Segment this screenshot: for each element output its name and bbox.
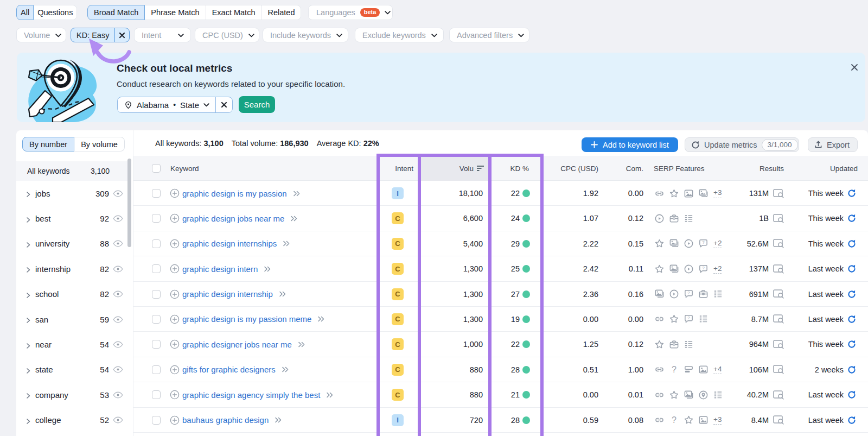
- tab-phrase-match[interactable]: Phrase Match: [145, 5, 206, 20]
- row-checkbox[interactable]: [152, 206, 161, 231]
- keyword-link[interactable]: graphic design intern: [182, 256, 271, 281]
- intent-filter[interactable]: Intent: [134, 28, 191, 42]
- expand-keyword-icon[interactable]: [264, 266, 271, 272]
- serp-preview-icon[interactable]: [773, 340, 784, 349]
- column-keyword[interactable]: Keyword: [170, 156, 199, 181]
- sidebar-group-university[interactable]: university88: [16, 231, 130, 256]
- eye-icon[interactable]: [112, 364, 124, 375]
- eye-icon[interactable]: [112, 263, 124, 275]
- sidebar-group-near[interactable]: near54: [16, 332, 130, 357]
- column-intent[interactable]: Intent: [375, 156, 413, 181]
- column-com[interactable]: Com.: [600, 156, 643, 181]
- keyword-link[interactable]: graphic design is my passion: [182, 181, 301, 206]
- serp-preview-icon[interactable]: [773, 239, 784, 248]
- refresh-icon[interactable]: [847, 239, 856, 248]
- keyword-link[interactable]: gifts for graphic designers: [182, 357, 289, 382]
- expand-keyword-icon[interactable]: [293, 191, 301, 197]
- refresh-icon[interactable]: [847, 315, 856, 324]
- row-checkbox[interactable]: [152, 282, 161, 307]
- refresh-icon[interactable]: [847, 264, 856, 273]
- add-keyword-icon[interactable]: [170, 382, 180, 407]
- eye-icon[interactable]: [112, 288, 124, 300]
- keyword-link[interactable]: graphic design internship: [182, 282, 286, 307]
- kd-filter-active[interactable]: KD: Easy: [71, 28, 130, 42]
- expand-keyword-icon[interactable]: [290, 216, 298, 222]
- sidebar-group-school[interactable]: school82: [16, 282, 130, 307]
- expand-keyword-icon[interactable]: [275, 417, 282, 423]
- add-keyword-icon[interactable]: [170, 332, 180, 357]
- eye-icon[interactable]: [112, 213, 124, 224]
- sidebar-group-state[interactable]: state54: [16, 357, 130, 382]
- serp-preview-icon[interactable]: [773, 390, 784, 400]
- serp-preview-icon[interactable]: [773, 365, 784, 374]
- eye-icon[interactable]: [112, 339, 124, 350]
- eye-icon[interactable]: [112, 188, 124, 199]
- serp-preview-icon[interactable]: [773, 415, 784, 425]
- column-kd[interactable]: KD %: [492, 156, 529, 181]
- location-select[interactable]: Alabama • State: [117, 97, 233, 113]
- sidebar-group-jobs[interactable]: jobs309: [16, 181, 130, 206]
- cpc-filter[interactable]: CPC (USD): [195, 28, 259, 42]
- row-checkbox[interactable]: [152, 382, 161, 407]
- serp-preview-icon[interactable]: [773, 289, 784, 299]
- location-clear-button[interactable]: [215, 97, 232, 112]
- row-checkbox[interactable]: [152, 357, 161, 382]
- tab-related[interactable]: Related: [261, 5, 301, 20]
- tab-broad-match[interactable]: Broad Match: [87, 5, 145, 20]
- banner-close-icon[interactable]: [850, 63, 859, 72]
- eye-icon[interactable]: [112, 414, 124, 426]
- expand-keyword-icon[interactable]: [282, 367, 289, 372]
- add-keyword-icon[interactable]: [170, 282, 180, 307]
- column-results[interactable]: Results: [730, 156, 784, 181]
- tab-exact-match[interactable]: Exact Match: [206, 5, 262, 20]
- update-metrics-button[interactable]: Update metrics 3/1,000: [685, 137, 799, 152]
- refresh-icon[interactable]: [847, 390, 856, 399]
- keyword-link[interactable]: bauhaus graphic design: [182, 408, 282, 433]
- row-checkbox[interactable]: [152, 332, 161, 357]
- add-keyword-icon[interactable]: [170, 231, 180, 256]
- expand-keyword-icon[interactable]: [326, 392, 334, 398]
- refresh-icon[interactable]: [847, 189, 856, 198]
- add-keyword-icon[interactable]: [170, 357, 180, 382]
- all-keywords-header[interactable]: All keywords 3,100: [16, 161, 130, 181]
- advanced-filters[interactable]: Advanced filters: [449, 28, 529, 42]
- add-keyword-icon[interactable]: [170, 408, 180, 433]
- column-volume[interactable]: Volu: [426, 156, 484, 181]
- export-button[interactable]: Export: [808, 137, 858, 152]
- eye-icon[interactable]: [112, 389, 124, 401]
- expand-keyword-icon[interactable]: [283, 241, 290, 247]
- keyword-link[interactable]: graphic design agency simply the best: [182, 382, 334, 407]
- add-keyword-icon[interactable]: [170, 206, 180, 231]
- expand-keyword-icon[interactable]: [279, 291, 286, 297]
- tab-questions[interactable]: Questions: [34, 5, 77, 20]
- refresh-icon[interactable]: [847, 416, 856, 425]
- eye-icon[interactable]: [112, 314, 124, 325]
- sidebar-group-internship[interactable]: internship82: [16, 256, 130, 281]
- expand-keyword-icon[interactable]: [317, 316, 325, 322]
- sidebar-group-company[interactable]: company53: [16, 382, 130, 407]
- keyword-link[interactable]: graphic designer jobs near me: [182, 332, 305, 357]
- row-checkbox[interactable]: [152, 181, 161, 206]
- row-checkbox[interactable]: [152, 307, 161, 332]
- keyword-link[interactable]: graphic design internships: [182, 231, 290, 256]
- sidebar-group-san[interactable]: san59: [16, 307, 130, 332]
- sidebar-scrollbar[interactable]: [127, 159, 131, 247]
- keyword-link[interactable]: graphic design jobs near me: [182, 206, 298, 231]
- column-cpc[interactable]: CPC (USD): [546, 156, 598, 181]
- sidebar-group-best[interactable]: best92: [16, 206, 130, 231]
- languages-dropdown[interactable]: Languages beta: [308, 5, 393, 20]
- row-checkbox[interactable]: [152, 256, 161, 281]
- serp-preview-icon[interactable]: [773, 264, 784, 274]
- row-checkbox[interactable]: [152, 231, 161, 256]
- volume-filter[interactable]: Volume: [16, 28, 66, 42]
- add-keyword-icon[interactable]: [170, 256, 180, 281]
- serp-preview-icon[interactable]: [773, 314, 784, 324]
- add-to-keyword-list-button[interactable]: Add to keyword list: [582, 137, 678, 152]
- search-button[interactable]: Search: [239, 96, 275, 113]
- select-all-checkbox[interactable]: [152, 156, 161, 181]
- keyword-link[interactable]: graphic design is my passion meme: [182, 307, 325, 332]
- column-serp-features[interactable]: SERP Features: [654, 156, 705, 181]
- by-volume-toggle[interactable]: By volume: [74, 137, 125, 151]
- expand-keyword-icon[interactable]: [298, 342, 305, 347]
- refresh-icon[interactable]: [847, 214, 856, 223]
